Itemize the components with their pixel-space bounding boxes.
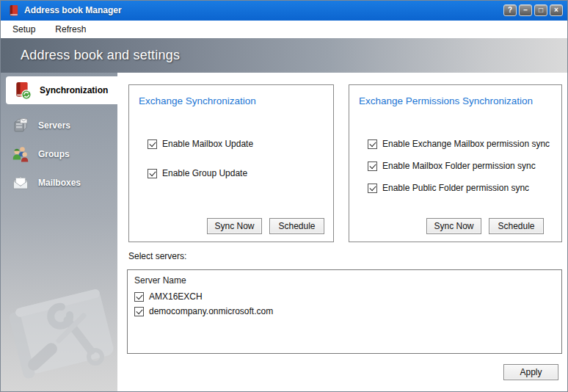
server-row-democompany[interactable]: democompany.onmicrosoft.com xyxy=(128,304,561,319)
menu-bar: Setup Refresh xyxy=(0,21,568,38)
help-button[interactable]: ? xyxy=(503,4,517,16)
exchange-permissions-schedule-button[interactable]: Schedule xyxy=(489,218,544,234)
content-area: Exchange Synchronization Enable Mailbox … xyxy=(117,73,568,392)
server-name-column-header: Server Name xyxy=(128,270,561,289)
sync-book-icon xyxy=(12,81,32,100)
menu-item-setup[interactable]: Setup xyxy=(12,24,35,35)
server-list[interactable]: Server Name AMX16EXCH democompany.onmicr… xyxy=(127,269,562,354)
checkbox-icon[interactable] xyxy=(368,161,377,171)
server-row-amx16exch[interactable]: AMX16EXCH xyxy=(128,289,561,304)
window-title: Address book Manager xyxy=(24,5,122,15)
checkbox-enable-public-folder-permission-sync[interactable]: Enable Public Folder permission sync xyxy=(368,182,529,194)
apply-button[interactable]: Apply xyxy=(503,364,558,380)
checkbox-enable-group-update[interactable]: Enable Group Update xyxy=(148,167,247,179)
checkbox-icon[interactable] xyxy=(368,139,377,149)
exchange-sync-sync-now-button[interactable]: Sync Now xyxy=(207,218,262,234)
sidebar-item-label: Groups xyxy=(38,149,70,159)
exchange-sync-schedule-button[interactable]: Schedule xyxy=(269,218,324,234)
server-name: democompany.onmicrosoft.com xyxy=(149,306,273,316)
exchange-permissions-sync-title: Exchange Permissions Synchronization xyxy=(359,95,533,106)
checkbox-icon[interactable] xyxy=(148,139,157,149)
mailbox-icon xyxy=(11,173,30,192)
exchange-permissions-sync-buttons: Sync Now Schedule xyxy=(426,218,544,234)
book-tools-watermark xyxy=(0,280,116,389)
sidebar: Synchronization Servers xyxy=(0,73,117,392)
window-controls: ? – □ × xyxy=(503,4,563,16)
select-servers-label: Select servers: xyxy=(128,251,186,261)
checkbox-label: Enable Group Update xyxy=(162,168,247,178)
server-icon xyxy=(11,116,30,135)
address-book-manager-window: Address book Manager ? – □ × Setup Refre… xyxy=(0,0,568,392)
checkbox-icon[interactable] xyxy=(134,307,144,316)
page-header: Address book and settings xyxy=(0,38,568,73)
checkbox-label: Enable Exchange Mailbox permission sync xyxy=(382,139,550,149)
checkbox-label: Enable Mailbox Folder permission sync xyxy=(382,161,536,171)
exchange-sync-buttons: Sync Now Schedule xyxy=(207,218,324,234)
maximize-button[interactable]: □ xyxy=(534,4,547,16)
sidebar-item-label: Synchronization xyxy=(40,85,108,95)
sidebar-item-servers[interactable]: Servers xyxy=(0,112,117,139)
checkbox-label: Enable Mailbox Update xyxy=(162,139,253,149)
exchange-permissions-sync-panel: Exchange Permissions Synchronization Ena… xyxy=(349,84,562,242)
sidebar-item-label: Servers xyxy=(38,120,70,131)
exchange-sync-panel: Exchange Synchronization Enable Mailbox … xyxy=(128,84,334,242)
minimize-button[interactable]: – xyxy=(519,4,532,16)
checkbox-icon[interactable] xyxy=(134,292,144,302)
checkbox-icon[interactable] xyxy=(148,169,157,178)
red-book-app-icon xyxy=(8,4,19,17)
window-body: Synchronization Servers xyxy=(0,73,568,392)
checkbox-label: Enable Public Folder permission sync xyxy=(382,183,529,193)
groups-icon xyxy=(11,145,30,164)
server-name: AMX16EXCH xyxy=(149,291,203,302)
close-button[interactable]: × xyxy=(550,4,563,16)
exchange-sync-title: Exchange Synchronization xyxy=(139,95,256,106)
exchange-permissions-sync-now-button[interactable]: Sync Now xyxy=(426,218,481,234)
menu-item-refresh[interactable]: Refresh xyxy=(55,24,86,35)
sidebar-item-mailboxes[interactable]: Mailboxes xyxy=(0,169,117,197)
sidebar-item-synchronization[interactable]: Synchronization xyxy=(6,76,117,104)
sidebar-item-groups[interactable]: Groups xyxy=(0,140,117,168)
checkbox-enable-exchange-mailbox-permission-sync[interactable]: Enable Exchange Mailbox permission sync xyxy=(368,138,550,150)
checkbox-enable-mailbox-folder-permission-sync[interactable]: Enable Mailbox Folder permission sync xyxy=(368,160,536,172)
checkbox-icon[interactable] xyxy=(368,184,377,193)
sidebar-item-label: Mailboxes xyxy=(38,178,81,188)
title-bar: Address book Manager ? – □ × xyxy=(0,0,568,21)
checkbox-enable-mailbox-update[interactable]: Enable Mailbox Update xyxy=(148,138,253,150)
page-title: Address book and settings xyxy=(21,48,180,63)
